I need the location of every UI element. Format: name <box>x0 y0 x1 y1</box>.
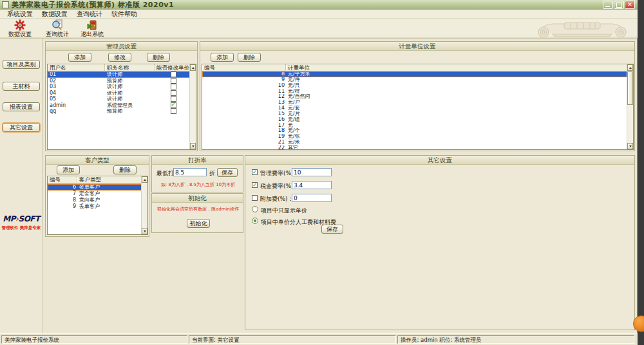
scroll-up-icon[interactable] <box>627 64 633 71</box>
logo-slogan: 管理软件 美萍是专家 <box>0 225 43 231</box>
scroll-down-icon[interactable] <box>142 228 147 234</box>
sidebar-item-other-settings[interactable]: 其它设置 <box>3 123 40 132</box>
sidebar-item-report-settings[interactable]: 报表设置 <box>3 102 40 111</box>
admin-settings-panel: 管理员设置 添加 修改 删除 用户名 职务名称 能否修改单价 01 设计师 02… <box>45 41 198 151</box>
admin-row[interactable]: 01 设计师 <box>48 71 196 78</box>
admin-edit-button[interactable]: 修改 <box>108 53 131 62</box>
unit-row[interactable]: 10元/只 <box>202 83 633 89</box>
app-icon <box>2 1 9 8</box>
admin-delete-button[interactable]: 删除 <box>147 53 170 62</box>
toolbar-data-settings-button[interactable]: 数据设置 <box>3 19 37 38</box>
unit-row[interactable]: 11元/樘 <box>202 89 633 95</box>
minimize-button[interactable] <box>603 1 613 9</box>
customer-add-button[interactable]: 添加 <box>57 165 80 174</box>
customer-delete-button[interactable]: 删除 <box>113 165 137 174</box>
maximize-button[interactable] <box>614 1 624 9</box>
unit-row[interactable]: 16元/组 <box>202 117 633 123</box>
initialize-button[interactable]: 初始化 <box>187 219 210 228</box>
scrollbar-thumb[interactable] <box>627 71 633 105</box>
surcharge-checkbox[interactable] <box>252 195 258 201</box>
unit-row[interactable]: 15元/片 <box>202 111 633 117</box>
toolbar-exit-button[interactable]: 退出系统 <box>75 19 109 38</box>
management-fee-input[interactable] <box>292 168 332 176</box>
logo-mp: MP <box>3 214 15 223</box>
unit-row[interactable]: 21元/米 <box>202 140 633 145</box>
unit-row[interactable]: 14元/套 <box>202 106 633 111</box>
admin-row[interactable]: qq 预算师 <box>48 108 196 115</box>
column-header-unit: 计量单位 <box>286 64 628 71</box>
checkbox-icon[interactable] <box>171 71 176 77</box>
discount-save-button[interactable]: 保存 <box>217 168 238 177</box>
cell-username: admin <box>48 102 105 109</box>
checkbox-icon[interactable] <box>171 90 176 96</box>
initialize-panel: 初始化 初始化将会清空所有数据，限admin操作 初始化 <box>151 193 243 233</box>
panel-title: 打折率 <box>152 156 243 165</box>
menu-data-settings[interactable]: 数据设置 <box>37 10 72 19</box>
admin-row[interactable]: 03 设计师 <box>48 84 196 90</box>
admin-table-scrollbar[interactable] <box>189 64 196 149</box>
unit-row[interactable]: 12元/自然间 <box>202 94 633 100</box>
column-header-job: 职务名称 <box>105 64 155 71</box>
customer-row[interactable]: 9丢单客户 <box>48 203 147 210</box>
unit-row[interactable]: 9元/件 <box>202 77 633 83</box>
admin-row[interactable]: 05 设计师 <box>48 96 196 102</box>
unit-settings-panel: 计量单位设置 添加 删除 编号 计量单位 8元/平方米 9元/件 10元/只 1… <box>200 41 635 151</box>
cell-id: 18 <box>202 128 286 134</box>
status-operator: 操作员: admin 职位: 系统管理员 <box>397 335 634 344</box>
tax-fee-input[interactable] <box>292 181 332 189</box>
unit-row[interactable]: 8元/平方米 <box>202 71 633 77</box>
unit-delete-button[interactable]: 删除 <box>238 53 261 62</box>
admin-row[interactable]: 02 预算师 <box>48 78 196 84</box>
cell-type: 意向客户 <box>77 197 142 203</box>
sidebar-item-main-materials[interactable]: 主材料 <box>3 82 40 91</box>
checkbox-icon[interactable] <box>171 96 176 102</box>
unit-table-scrollbar[interactable] <box>627 64 633 149</box>
cell-username: 01 <box>48 71 105 78</box>
logo-soft: SOFT <box>18 214 39 223</box>
menu-help[interactable]: 软件帮助 <box>107 10 142 19</box>
sidebar: 项目及类别 主材料 报表设置 其它设置 MP›SOFT 管理软件 美萍是专家 <box>0 39 43 333</box>
panel-title: 计量单位设置 <box>200 42 634 51</box>
other-save-button[interactable]: 保存 <box>321 225 343 234</box>
checkbox-icon[interactable] <box>171 78 176 84</box>
unit-row[interactable]: 22其它 <box>202 145 633 150</box>
cell-type: 签单客户 <box>77 184 142 191</box>
management-fee-checkbox-checked[interactable] <box>252 169 258 175</box>
checkbox-checked-icon[interactable] <box>171 102 176 108</box>
menu-system-settings[interactable]: 系统设置 <box>3 10 37 19</box>
surcharge-input[interactable] <box>292 194 332 202</box>
admin-row[interactable]: admin 系统管理员 <box>48 102 196 109</box>
cell-id: 9 <box>48 203 77 210</box>
scroll-up-icon[interactable] <box>190 64 196 71</box>
scroll-up-icon[interactable] <box>142 176 147 183</box>
sidebar-item-projects[interactable]: 项目及类别 <box>3 60 40 69</box>
close-button[interactable] <box>625 1 635 9</box>
unit-row[interactable]: 19元/张 <box>202 134 633 140</box>
scroll-down-icon[interactable] <box>627 143 633 149</box>
panel-title: 客户类型 <box>46 156 149 165</box>
unit-row[interactable]: 18元/个 <box>202 128 633 134</box>
customer-row[interactable]: 8意向客户 <box>48 197 147 203</box>
tax-fee-checkbox-checked[interactable] <box>252 182 258 188</box>
discount-input[interactable] <box>173 168 207 176</box>
cell-can-edit <box>155 84 190 90</box>
toolbar-query-stats-button[interactable]: 查询统计 <box>40 19 75 38</box>
checkbox-icon[interactable] <box>171 108 176 114</box>
unit-add-button[interactable]: 添加 <box>211 53 234 62</box>
customer-row[interactable]: 6签单客户 <box>48 184 147 191</box>
radio-show-unit-price-only[interactable] <box>252 206 258 212</box>
admin-add-button[interactable]: 添加 <box>68 53 91 62</box>
cell-unit: 元/户 <box>286 100 628 106</box>
customer-row[interactable]: 7定金客户 <box>48 191 147 197</box>
cell-id: 17 <box>202 123 286 129</box>
status-app-name: 美萍家装电子报价系统 <box>1 335 187 344</box>
checkbox-icon[interactable] <box>171 84 176 89</box>
radio-split-labor-material-selected[interactable] <box>252 218 258 224</box>
cell-unit: 元/件 <box>286 77 628 83</box>
menu-query-stats[interactable]: 查询统计 <box>72 10 107 19</box>
unit-row[interactable]: 13元/户 <box>202 100 633 106</box>
scroll-down-icon[interactable] <box>190 143 196 149</box>
unit-row[interactable]: 17元 <box>202 123 633 129</box>
customer-table-scrollbar[interactable] <box>141 176 147 234</box>
admin-row[interactable]: 04 设计师 <box>48 90 196 97</box>
